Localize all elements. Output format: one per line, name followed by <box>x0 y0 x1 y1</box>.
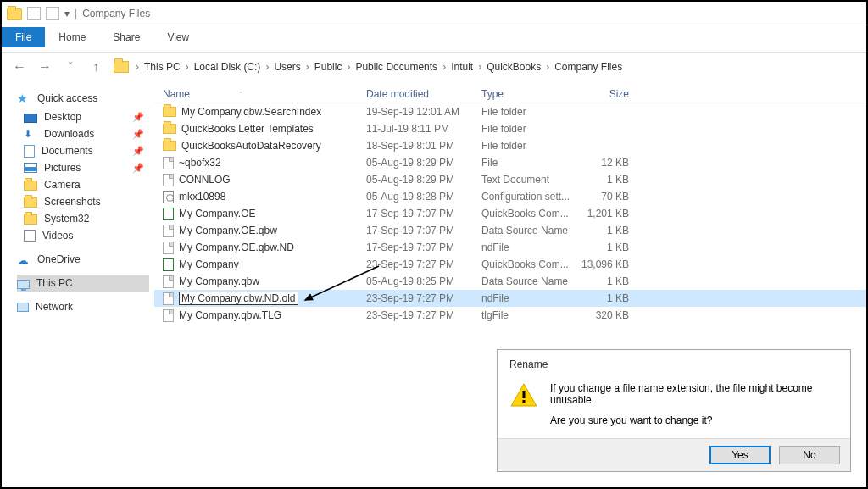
file-type: Configuration sett... <box>481 191 573 203</box>
no-button[interactable]: No <box>779 446 840 464</box>
tab-home[interactable]: Home <box>45 27 99 47</box>
bc-6[interactable]: QuickBooks <box>485 61 542 73</box>
pictures-icon <box>24 163 37 173</box>
svg-rect-2 <box>523 400 526 403</box>
file-type: ndFile <box>481 292 573 304</box>
file-date: 17-Sep-19 7:07 PM <box>366 208 481 219</box>
nav-forward-icon[interactable]: → <box>36 58 54 76</box>
file-row[interactable]: ~qbofx3205-Aug-19 8:29 PMFile12 KB <box>154 154 866 171</box>
file-row[interactable]: My Company.OE.qbw17-Sep-19 7:07 PMData S… <box>154 222 866 239</box>
file-row[interactable]: My Company.qbw.TLG23-Sep-19 7:27 PMtlgFi… <box>154 307 866 324</box>
videos-icon <box>24 230 36 242</box>
pin-icon: 📌 <box>132 163 149 174</box>
address-row: ← → ˅ ↑ › This PC› Local Disk (C:)› User… <box>2 53 866 81</box>
file-row[interactable]: My Company.qbw.SearchIndex19-Sep-19 12:0… <box>154 103 866 120</box>
file-date: 17-Sep-19 7:07 PM <box>366 242 481 253</box>
file-icon <box>163 258 174 271</box>
file-date: 05-Aug-19 8:28 PM <box>366 191 481 203</box>
file-name: My Company.qbw.SearchIndex <box>181 106 321 118</box>
ribbon-tabs: File Home Share View <box>2 25 866 47</box>
file-row[interactable]: My Company.qbw05-Aug-19 8:25 PMData Sour… <box>154 273 866 290</box>
star-icon: ★ <box>17 92 31 104</box>
file-date: 05-Aug-19 8:25 PM <box>366 275 481 287</box>
bc-5[interactable]: Intuit <box>449 61 475 73</box>
bc-2[interactable]: Users <box>272 61 302 73</box>
tab-view[interactable]: View <box>153 27 203 47</box>
window-title: Company Files <box>82 8 150 19</box>
file-row[interactable]: CONNLOG05-Aug-19 8:29 PMText Document1 K… <box>154 171 866 188</box>
nav-back-icon[interactable]: ← <box>10 58 29 76</box>
column-headers[interactable]: Name˄ Date modified Type Size <box>154 85 866 103</box>
file-icon <box>163 292 174 305</box>
sidebar-item-documents[interactable]: Documents📌 <box>17 142 149 159</box>
col-size[interactable]: Size <box>573 88 641 100</box>
file-name: My Company.OE <box>179 208 255 219</box>
file-icon <box>163 225 174 237</box>
col-type[interactable]: Type <box>481 88 573 100</box>
rename-edit[interactable]: My Company.qbw.ND.old <box>179 292 298 305</box>
file-type: File folder <box>481 123 573 135</box>
dialog-msg-2: Are you sure you want to change it? <box>550 414 838 426</box>
sidebar-this-pc[interactable]: This PC <box>17 275 149 292</box>
file-type: Text Document <box>481 174 573 186</box>
file-date: 23-Sep-19 7:27 PM <box>366 292 481 304</box>
file-type: File folder <box>481 106 573 118</box>
file-date: 23-Sep-19 7:27 PM <box>366 258 481 270</box>
file-row[interactable]: QuickBooks Letter Templates11-Jul-19 8:1… <box>154 120 866 137</box>
tab-file[interactable]: File <box>2 27 45 47</box>
file-row[interactable]: My Company.OE.qbw.ND17-Sep-19 7:07 PMndF… <box>154 239 866 256</box>
file-row[interactable]: My Company23-Sep-19 7:27 PMQuickBooks Co… <box>154 256 866 273</box>
sidebar-item-system32[interactable]: System32 <box>17 210 149 227</box>
dialog-msg-1: If you change a file name extension, the… <box>550 382 838 406</box>
title-bar: ▾ | Company Files <box>2 2 866 25</box>
bc-0[interactable]: This PC <box>142 61 182 73</box>
file-date: 11-Jul-19 8:11 PM <box>366 123 481 135</box>
qa-button-2[interactable] <box>46 7 59 20</box>
cloud-icon: ☁ <box>17 253 31 265</box>
file-icon <box>163 242 174 254</box>
col-date[interactable]: Date modified <box>366 88 481 100</box>
sidebar-item-pictures[interactable]: Pictures📌 <box>17 159 149 176</box>
tab-share[interactable]: Share <box>99 27 153 47</box>
downloads-icon: ⬇ <box>24 128 37 140</box>
sidebar-item-screenshots[interactable]: Screenshots <box>17 193 149 210</box>
rename-dialog: Rename If you change a file name extensi… <box>497 349 851 472</box>
sidebar-network[interactable]: Network <box>17 298 149 315</box>
sidebar-item-videos[interactable]: Videos <box>17 227 149 244</box>
folder-icon <box>114 61 129 73</box>
file-row[interactable]: My Company.qbw.ND.old23-Sep-19 7:27 PMnd… <box>154 290 866 307</box>
file-size: 12 KB <box>573 157 641 169</box>
sidebar-quick-access[interactable]: ★Quick access <box>17 90 149 107</box>
bc-3[interactable]: Public <box>313 61 344 73</box>
sidebar-item-desktop[interactable]: Desktop📌 <box>17 108 149 125</box>
yes-button[interactable]: Yes <box>709 446 771 464</box>
file-row[interactable]: mkx1089805-Aug-19 8:28 PMConfiguration s… <box>154 188 866 205</box>
sidebar-item-camera[interactable]: Camera <box>17 176 149 193</box>
file-date: 17-Sep-19 7:07 PM <box>366 225 481 236</box>
file-type: tlgFile <box>481 309 573 321</box>
nav-recent-icon[interactable]: ˅ <box>61 58 80 76</box>
file-name: My Company.OE.qbw.ND <box>179 242 294 253</box>
app-folder-icon <box>7 8 22 20</box>
network-icon <box>17 303 29 312</box>
file-row[interactable]: My Company.OE17-Sep-19 7:07 PMQuickBooks… <box>154 205 866 222</box>
bc-1[interactable]: Local Disk (C:) <box>192 61 263 73</box>
sidebar-item-downloads[interactable]: ⬇Downloads📌 <box>17 125 149 142</box>
qa-chevron-icon[interactable]: ▾ <box>64 8 70 19</box>
sidebar-onedrive[interactable]: ☁OneDrive <box>17 251 149 268</box>
file-name: My Company.OE.qbw <box>179 225 277 236</box>
bc-7[interactable]: Company Files <box>553 61 624 73</box>
file-icon <box>163 191 174 203</box>
file-type: File <box>481 157 573 169</box>
qa-button-1[interactable] <box>27 7 41 20</box>
file-icon <box>163 208 174 220</box>
bc-4[interactable]: Public Documents <box>353 61 439 73</box>
col-name[interactable]: Name <box>163 88 190 100</box>
nav-up-icon[interactable]: ↑ <box>86 58 105 76</box>
file-row[interactable]: QuickBooksAutoDataRecovery18-Sep-19 8:01… <box>154 137 866 154</box>
file-date: 23-Sep-19 7:27 PM <box>366 309 481 321</box>
breadcrumb[interactable]: › This PC› Local Disk (C:)› Users› Publi… <box>114 61 858 73</box>
file-name: My Company.qbw.TLG <box>179 309 281 321</box>
explorer-window: ▾ | Company Files File Home Share View ←… <box>0 0 868 489</box>
documents-icon <box>24 145 35 158</box>
